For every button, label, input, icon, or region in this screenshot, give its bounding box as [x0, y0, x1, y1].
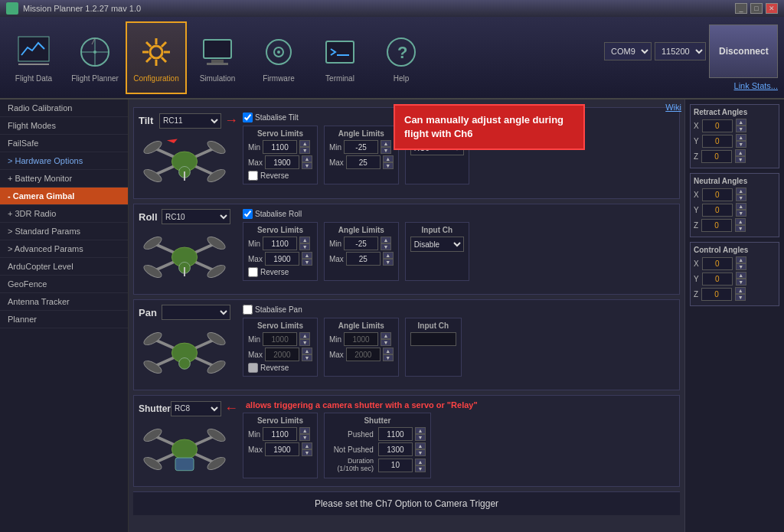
sidebar-item-flight-modes[interactable]: Flight Modes: [0, 117, 128, 135]
neutral-x-down[interactable]: ▼: [736, 194, 746, 201]
shutter-not-pushed-up[interactable]: ▲: [415, 442, 426, 449]
pan-rc-select[interactable]: RC8RC9: [162, 305, 230, 320]
retract-z-input[interactable]: [701, 150, 732, 163]
neutral-x-spin[interactable]: ▲ ▼: [736, 188, 746, 201]
sidebar-item-geofence[interactable]: GeoFence: [0, 276, 128, 293]
sidebar-item-antenna-tracker[interactable]: Antenna Tracker: [0, 293, 128, 311]
shutter-rc-select[interactable]: RC8RC9Disable: [171, 401, 221, 416]
control-z-input[interactable]: [701, 288, 732, 301]
control-x-down[interactable]: ▼: [736, 263, 746, 270]
control-x-up[interactable]: ▲: [736, 256, 746, 263]
roll-angle-max-input[interactable]: [346, 252, 381, 266]
configuration-button[interactable]: Configuration: [126, 21, 187, 94]
tilt-rc-select[interactable]: RC11RC10RC9RC8: [159, 113, 221, 129]
tilt-servo-max-up[interactable]: ▲: [302, 155, 312, 162]
roll-angle-min-spin[interactable]: ▲ ▼: [381, 237, 391, 250]
shutter-servo-min-down[interactable]: ▼: [299, 434, 310, 441]
sidebar-item-camera-gimbal[interactable]: - Camera Gimbal: [0, 188, 128, 205]
tilt-servo-min-up[interactable]: ▲: [299, 140, 310, 147]
tilt-angle-min-down[interactable]: ▼: [381, 147, 391, 154]
window-controls[interactable]: _ □ ✕: [735, 3, 778, 14]
shutter-not-pushed-input[interactable]: [378, 442, 413, 456]
sidebar-item-battery-monitor[interactable]: + Battery Monitor: [0, 170, 128, 188]
link-stats-link[interactable]: Link Stats...: [734, 81, 778, 90]
sidebar-item-planner[interactable]: Planner: [0, 311, 128, 328]
wiki-link[interactable]: Wiki: [665, 103, 681, 112]
tilt-stabilise-checkbox[interactable]: [243, 113, 253, 122]
neutral-y-up[interactable]: ▲: [736, 203, 746, 210]
control-x-input[interactable]: [702, 257, 733, 270]
retract-x-input[interactable]: [702, 119, 733, 132]
sidebar-item-arducopter-level[interactable]: ArduCopter Level: [0, 258, 128, 276]
shutter-servo-min-spin[interactable]: ▲ ▼: [299, 427, 310, 441]
sidebar-item-standard-params[interactable]: > Standard Params: [0, 223, 128, 240]
tilt-angle-min-input[interactable]: [344, 140, 378, 154]
sidebar-item-3dr-radio[interactable]: + 3DR Radio: [0, 205, 128, 223]
shutter-duration-down[interactable]: ▼: [415, 465, 426, 472]
roll-servo-min-down[interactable]: ▼: [299, 243, 310, 250]
shutter-duration-spin[interactable]: ▲ ▼: [415, 459, 426, 472]
neutral-y-spin[interactable]: ▲ ▼: [736, 203, 746, 217]
tilt-angle-max-down[interactable]: ▼: [383, 162, 394, 169]
shutter-duration-input[interactable]: [378, 459, 413, 472]
roll-servo-min-up[interactable]: ▲: [299, 237, 310, 243]
sidebar-item-hardware-options[interactable]: > Hardware Options: [0, 152, 128, 170]
roll-servo-min-spin[interactable]: ▲ ▼: [299, 237, 310, 250]
roll-servo-max-down[interactable]: ▼: [302, 259, 312, 266]
shutter-servo-min-input[interactable]: [263, 427, 297, 441]
control-y-down[interactable]: ▼: [736, 279, 746, 286]
roll-servo-max-spin[interactable]: ▲ ▼: [302, 252, 312, 266]
roll-servo-min-input[interactable]: [263, 237, 297, 250]
retract-x-up[interactable]: ▲: [736, 119, 746, 126]
tilt-servo-min-input[interactable]: [263, 140, 297, 154]
shutter-servo-max-up[interactable]: ▲: [302, 442, 312, 449]
flight-data-button[interactable]: Flight Data: [3, 21, 64, 94]
control-z-down[interactable]: ▼: [735, 294, 746, 301]
tilt-angle-min-up[interactable]: ▲: [381, 140, 391, 147]
roll-angle-min-up[interactable]: ▲: [381, 237, 391, 243]
tilt-reverse-check[interactable]: Reverse: [248, 171, 312, 181]
tilt-angle-max-spin[interactable]: ▲ ▼: [383, 155, 394, 169]
help-button[interactable]: ? Help: [371, 21, 432, 94]
neutral-z-up[interactable]: ▲: [735, 218, 746, 225]
retract-z-up[interactable]: ▲: [735, 149, 746, 156]
flight-planner-button[interactable]: Flight Planner: [64, 21, 126, 94]
roll-servo-max-input[interactable]: [265, 252, 299, 266]
retract-y-input[interactable]: [702, 135, 733, 148]
tilt-angle-max-up[interactable]: ▲: [383, 155, 394, 162]
tilt-angle-min-spin[interactable]: ▲ ▼: [381, 140, 391, 154]
roll-reverse-check[interactable]: Reverse: [248, 267, 312, 277]
roll-angle-min-down[interactable]: ▼: [381, 243, 391, 250]
control-y-spin[interactable]: ▲ ▼: [736, 272, 746, 286]
tilt-servo-min-spin[interactable]: ▲ ▼: [299, 140, 310, 154]
neutral-x-input[interactable]: [702, 188, 733, 201]
sidebar-item-advanced-params[interactable]: > Advanced Params: [0, 240, 128, 258]
roll-angle-min-input[interactable]: [344, 237, 378, 250]
retract-y-up[interactable]: ▲: [736, 134, 746, 141]
terminal-button[interactable]: Terminal: [309, 21, 371, 94]
control-z-up[interactable]: ▲: [735, 287, 746, 294]
close-button[interactable]: ✕: [766, 3, 778, 14]
tilt-servo-max-input[interactable]: [265, 155, 299, 169]
sidebar-item-radio-calibration[interactable]: Radio Calibration: [0, 100, 128, 117]
retract-y-down[interactable]: ▼: [736, 141, 746, 148]
tilt-stabilise-check[interactable]: Stabalise Tilt: [243, 113, 299, 122]
shutter-servo-max-input[interactable]: [265, 442, 299, 456]
control-z-spin[interactable]: ▲ ▼: [735, 287, 746, 301]
shutter-servo-max-spin[interactable]: ▲ ▼: [302, 442, 312, 456]
neutral-y-input[interactable]: [702, 204, 733, 217]
baud-select[interactable]: 115200: [655, 42, 706, 60]
roll-angle-max-spin[interactable]: ▲ ▼: [383, 252, 394, 266]
retract-y-spin[interactable]: ▲ ▼: [736, 134, 746, 148]
roll-stabilise-checkbox[interactable]: [243, 209, 253, 219]
shutter-pushed-up[interactable]: ▲: [415, 427, 426, 434]
neutral-x-up[interactable]: ▲: [736, 188, 746, 194]
neutral-z-down[interactable]: ▼: [735, 225, 746, 232]
control-y-input[interactable]: [702, 273, 733, 286]
tilt-reverse-checkbox[interactable]: [248, 171, 258, 181]
minimize-button[interactable]: _: [735, 3, 747, 14]
roll-servo-max-up[interactable]: ▲: [302, 252, 312, 259]
maximize-button[interactable]: □: [750, 3, 763, 14]
tilt-servo-max-spin[interactable]: ▲ ▼: [302, 155, 312, 169]
shutter-duration-up[interactable]: ▲: [415, 459, 426, 465]
